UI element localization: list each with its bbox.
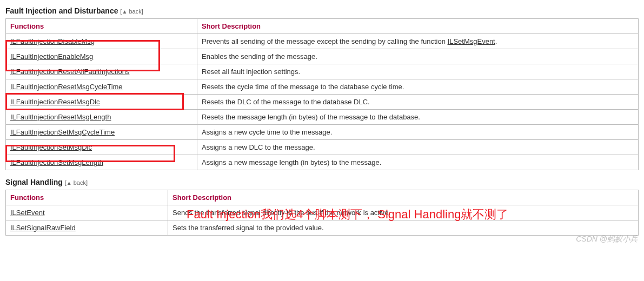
up-triangle-icon: ▲ <box>67 180 72 186</box>
table-row: ILFaultInjectionDisableMsg Prevents all … <box>6 34 639 49</box>
table-header-row: Functions Short Description <box>6 19 639 34</box>
fn-desc: Resets the cycle time of the message to … <box>197 79 639 95</box>
fn-link[interactable]: ILFaultInjectionResetMsgLength <box>10 113 111 121</box>
fn-desc: Assigns a new message length (in bytes) … <box>197 155 639 170</box>
fn-desc: Enables the sending of the message. <box>197 49 639 64</box>
col-short-description: Short Description <box>197 19 639 34</box>
section-title-signal-handling: Signal Handling [▲ back] <box>5 178 639 186</box>
fn-desc: Reset all fault injection settings. <box>197 64 639 79</box>
fn-link[interactable]: ILSetEvent <box>10 209 45 217</box>
section-title-text: Fault Injection and Disturbance <box>5 6 118 15</box>
back-label: back <box>74 179 86 186</box>
fn-link[interactable]: ILFaultInjectionEnableMsg <box>10 52 93 61</box>
section-title-text: Signal Handling <box>5 178 63 186</box>
inline-fn-link[interactable]: ILSetMsgEvent <box>448 37 495 45</box>
fn-desc: Assigns a new DLC to the message. <box>197 140 639 155</box>
fn-desc: Resets the message length (in bytes) of … <box>197 110 639 125</box>
fn-desc: Resets the DLC of the message to the dat… <box>197 95 639 110</box>
fn-desc: Prevents all sending of the message exce… <box>197 34 639 49</box>
section-title-fault-injection: Fault Injection and Disturbance [▲ back] <box>5 6 639 15</box>
fn-link[interactable]: ILFaultInjectionSetMsgCycleTime <box>10 128 115 136</box>
fn-link[interactable]: ILSetSignalRawField <box>10 224 76 232</box>
table-row: ILFaultInjectionSetMsgDlc Assigns a new … <box>6 140 639 155</box>
table-row: ILFaultInjectionResetMsgLength Resets th… <box>6 110 639 125</box>
table-header-row: Functions Short Description <box>6 190 639 205</box>
back-link[interactable]: [▲ back] <box>120 8 143 15</box>
fn-link[interactable]: ILFaultInjectionSetMsgLength <box>10 158 103 166</box>
table-row: ILFaultInjectionResetMsgDlc Resets the D… <box>6 95 639 110</box>
watermark: CSDN @蚂蚁小兵 <box>576 235 638 244</box>
fn-desc: Assigns a new cycle time to the message. <box>197 125 639 140</box>
table-row: ILFaultInjectionSetMsgLength Assigns a n… <box>6 155 639 170</box>
table-row: ILFaultInjectionResetMsgCycleTime Resets… <box>6 79 639 95</box>
table-row: ILFaultInjectionSetMsgCycleTime Assigns … <box>6 125 639 140</box>
back-label: back <box>129 8 141 15</box>
up-triangle-icon: ▲ <box>122 9 127 15</box>
annotation-text: Fault Injection我们选4个脚本测下， Signal Handlin… <box>187 206 508 223</box>
fault-injection-table: Functions Short Description ILFaultInjec… <box>5 18 639 170</box>
col-functions: Functions <box>6 190 168 205</box>
fn-link[interactable]: ILFaultInjectionDisableMsg <box>10 37 95 45</box>
fn-link[interactable]: ILFaultInjectionResetMsgCycleTime <box>10 83 123 91</box>
col-short-description: Short Description <box>168 190 639 205</box>
col-functions: Functions <box>6 19 197 34</box>
fn-link[interactable]: ILFaultInjectionResetAllFaultInjections <box>10 68 129 76</box>
table-row: ILFaultInjectionResetAllFaultInjections … <box>6 64 639 79</box>
back-link[interactable]: [▲ back] <box>65 179 88 186</box>
fn-link[interactable]: ILFaultInjectionSetMsgDlc <box>10 143 92 151</box>
fn-link[interactable]: ILFaultInjectionResetMsgDlc <box>10 98 99 106</box>
table-row: ILFaultInjectionEnableMsg Enables the se… <box>6 49 639 64</box>
